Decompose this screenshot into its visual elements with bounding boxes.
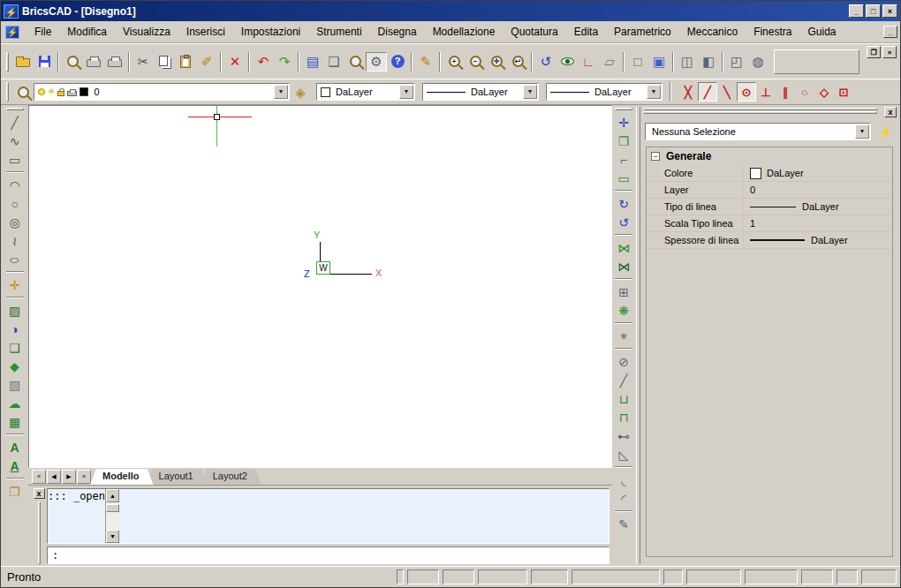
linetype-dropdown[interactable]: DaLayer ▼ bbox=[422, 83, 539, 101]
snap-endpoint-button[interactable]: ╱ bbox=[698, 82, 717, 102]
linetype-dropdown-arrow[interactable]: ▼ bbox=[523, 85, 537, 99]
scrollbar-thumb[interactable] bbox=[106, 504, 119, 512]
status-cell[interactable] bbox=[407, 569, 439, 584]
offset-button[interactable]: ⌐ bbox=[613, 150, 634, 169]
command-close-button[interactable]: x bbox=[34, 488, 45, 499]
status-cell[interactable] bbox=[663, 569, 683, 584]
collapse-group-toggle[interactable]: − bbox=[651, 152, 660, 161]
layer-dropdown-arrow[interactable]: ▼ bbox=[274, 85, 288, 99]
table-button[interactable]: ▦ bbox=[4, 412, 26, 431]
join-button[interactable]: ⊓ bbox=[613, 408, 634, 426]
solids-button[interactable]: ◍ bbox=[747, 52, 768, 72]
menu-item[interactable]: Finestra bbox=[746, 23, 799, 41]
panel-grip-bar[interactable] bbox=[643, 111, 877, 114]
command-panel-grip[interactable] bbox=[38, 501, 41, 564]
copy-entities-button[interactable]: ❐ bbox=[613, 132, 634, 150]
snap-center-button[interactable]: ⊙ bbox=[737, 82, 756, 102]
property-value[interactable]: DaLayer bbox=[744, 168, 892, 179]
menu-item[interactable]: File bbox=[26, 23, 59, 41]
snap-insertion-button[interactable]: ⊡ bbox=[834, 82, 853, 102]
rectangle-button[interactable]: ▭ bbox=[4, 150, 26, 169]
edit-polyline-button[interactable]: ⊔ bbox=[613, 389, 634, 408]
close-button[interactable]: × bbox=[882, 4, 897, 18]
menu-item[interactable]: Quotatura bbox=[503, 23, 565, 41]
layout-tab[interactable]: Layout2 bbox=[201, 469, 261, 485]
break-button[interactable]: ╱ bbox=[613, 371, 634, 389]
snap-midpoint-button[interactable]: ╲ bbox=[717, 82, 737, 102]
status-cell[interactable] bbox=[837, 569, 858, 584]
selection-dropdown[interactable]: Nessuna Selezione ▼ bbox=[645, 123, 871, 140]
trim-button[interactable]: ⊘ bbox=[613, 352, 634, 371]
toolbar-grip[interactable] bbox=[6, 82, 9, 102]
real-time-orbit-button[interactable]: ↺ bbox=[535, 52, 556, 72]
property-value[interactable]: 1 bbox=[744, 218, 892, 229]
status-cell[interactable] bbox=[397, 569, 404, 584]
rotate-3d-button[interactable]: ↺ bbox=[613, 213, 634, 231]
explode-button[interactable]: ✶ bbox=[613, 327, 634, 345]
region-button[interactable]: ◆ bbox=[4, 357, 26, 375]
command-scrollbar[interactable]: ▲ ▼ bbox=[105, 489, 119, 543]
property-value[interactable]: DaLayer bbox=[744, 235, 892, 245]
zoom-in-button[interactable]: + bbox=[443, 52, 465, 72]
point-button[interactable]: ✛ bbox=[4, 275, 26, 294]
polyline-button[interactable]: ∿ bbox=[4, 132, 26, 150]
snap-nearest-button[interactable]: ╳ bbox=[678, 82, 698, 102]
revision-cloud-button[interactable]: ☁ bbox=[4, 394, 26, 412]
snap-tangent-button[interactable]: ○ bbox=[795, 82, 814, 102]
undo-button[interactable]: ↶ bbox=[253, 52, 274, 72]
status-cell[interactable] bbox=[572, 569, 660, 584]
cut-button[interactable]: ✂ bbox=[132, 52, 154, 72]
status-cell[interactable] bbox=[443, 569, 474, 584]
text-button[interactable]: A bbox=[4, 438, 26, 456]
tile-windows-button[interactable]: ◫ bbox=[677, 52, 698, 72]
render-button[interactable]: ▣ bbox=[648, 52, 670, 72]
snap-perpendicular-button[interactable]: ⊥ bbox=[756, 82, 776, 102]
property-value[interactable]: DaLayer bbox=[744, 201, 892, 212]
tab-nav-button[interactable]: ▶ bbox=[62, 470, 76, 484]
menu-item[interactable]: Edita bbox=[566, 23, 606, 41]
scroll-up-button[interactable]: ▲ bbox=[106, 489, 119, 502]
layer-dropdown[interactable]: ✳ 0 ▼ bbox=[34, 83, 290, 101]
stretch-button[interactable]: ▭ bbox=[613, 169, 634, 187]
layout-tab[interactable]: Modello bbox=[90, 469, 154, 485]
ellipse-button[interactable]: ○ bbox=[4, 250, 26, 268]
format-painter-button[interactable]: ✐ bbox=[196, 52, 217, 72]
move-button[interactable]: ✛ bbox=[613, 113, 634, 132]
menu-item[interactable]: Guida bbox=[799, 23, 844, 41]
delete-button[interactable]: ✕ bbox=[224, 52, 246, 72]
menu-item[interactable]: Impostazioni bbox=[233, 23, 308, 41]
arc-button[interactable]: ◠ bbox=[4, 176, 26, 194]
sketch-button[interactable]: ✎ bbox=[613, 515, 634, 533]
snap-quadrant-button[interactable]: ◇ bbox=[814, 82, 834, 102]
status-cell[interactable] bbox=[531, 569, 568, 584]
mdi-minimize-button[interactable]: _ bbox=[883, 26, 897, 38]
status-cell[interactable] bbox=[686, 569, 741, 584]
save-button[interactable] bbox=[34, 52, 55, 72]
snap-parallel-button[interactable]: ∥ bbox=[776, 82, 795, 102]
wipeout-button[interactable]: ▧ bbox=[4, 375, 26, 394]
print-button[interactable] bbox=[83, 52, 104, 72]
menu-item[interactable]: Modellazione bbox=[425, 23, 504, 41]
minimize-button[interactable]: _ bbox=[849, 4, 864, 18]
status-cell[interactable] bbox=[745, 569, 798, 584]
lengthen-button[interactable]: ⊷ bbox=[613, 426, 634, 445]
mirror-button[interactable]: ⋈ bbox=[613, 238, 634, 257]
color-dropdown[interactable]: DaLayer ▼ bbox=[316, 83, 415, 101]
entity-group-button[interactable]: ◰ bbox=[726, 52, 747, 72]
fillet-button[interactable]: ◟ bbox=[613, 471, 634, 489]
scrollbar-track[interactable] bbox=[106, 502, 119, 530]
settings-button[interactable]: ⚙ bbox=[366, 52, 387, 72]
find-button[interactable] bbox=[344, 52, 366, 72]
mdi-close-button[interactable]: × bbox=[882, 46, 897, 58]
help-button[interactable]: ? bbox=[387, 52, 408, 72]
named-views-button[interactable]: ▱ bbox=[599, 52, 620, 72]
ucs-toggle-button[interactable]: ∟ bbox=[578, 52, 599, 72]
zoom-previous-button[interactable]: ↩ bbox=[507, 52, 528, 72]
spline-button[interactable]: ≀ bbox=[4, 231, 26, 250]
print-preview-button[interactable] bbox=[62, 52, 83, 72]
mdi-restore-button[interactable]: ❐ bbox=[867, 46, 881, 58]
array-polar-button[interactable]: ❋ bbox=[613, 301, 634, 320]
panel-drag-grip[interactable] bbox=[636, 107, 640, 564]
toolbar-grip[interactable] bbox=[6, 52, 9, 72]
lineweight-dropdown-arrow[interactable]: ▼ bbox=[647, 85, 661, 99]
